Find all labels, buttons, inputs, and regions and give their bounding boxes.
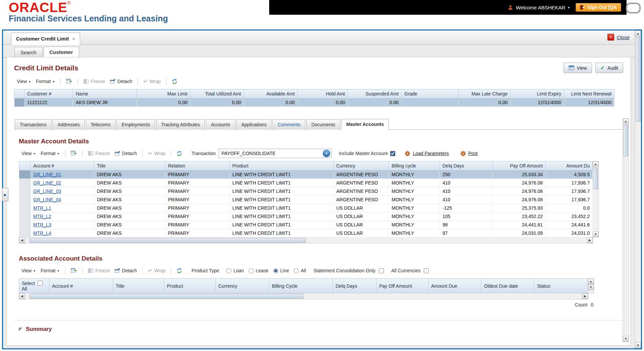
row-selector[interactable] (19, 187, 31, 196)
row-selector[interactable] (19, 229, 31, 237)
refresh-button[interactable] (174, 268, 185, 274)
signout-button[interactable]: Sign Out [QA (576, 3, 621, 12)
summary-section-header[interactable]: Summary (14, 326, 623, 333)
column-header[interactable]: Suspended Amt (348, 89, 402, 98)
account-link[interactable]: MTR_L3 (33, 222, 51, 227)
subtab-accounts[interactable]: Accounts (206, 119, 235, 130)
table-row[interactable]: GR_LINE_01 DREW AKS PRIMARY LINE WITH CR… (19, 170, 593, 179)
detach-button[interactable]: Detach (108, 79, 134, 84)
subtab-addresses[interactable]: Addresses (53, 119, 85, 130)
detach-button[interactable]: Detach (112, 151, 139, 156)
scrollbar-track[interactable] (25, 293, 582, 299)
include-master-checkbox[interactable] (390, 151, 395, 156)
column-header[interactable]: Available Amt (244, 89, 298, 98)
subtab-master-accounts[interactable]: Master Accounts (341, 119, 389, 130)
refresh-button[interactable] (174, 151, 185, 156)
transaction-select[interactable]: PAYOFF_CONSOLIDATE ▼ (219, 149, 332, 158)
associated-table-hscrollbar[interactable]: ◀ ▶ (19, 293, 588, 299)
export-button[interactable] (68, 151, 79, 156)
subtab-telecoms[interactable]: Telecoms (86, 119, 116, 130)
subtab-applications[interactable]: Applications (236, 119, 272, 130)
scroll-down-button[interactable]: ▼ (593, 231, 598, 237)
scroll-down-button[interactable]: ▼ (635, 342, 641, 348)
scroll-down-button[interactable]: ▼ (623, 336, 629, 342)
table-row[interactable]: MTR_L3 DREW AKS PRIMARY LINE WITH CREDIT… (19, 221, 593, 229)
column-header[interactable]: Max Late Charge (459, 89, 511, 98)
column-header[interactable]: Account # (49, 279, 113, 293)
product-type-all-option[interactable]: All (294, 268, 306, 273)
column-header[interactable]: Title (94, 161, 165, 170)
row-selector[interactable] (14, 98, 24, 107)
column-header[interactable]: Title (113, 279, 164, 293)
column-header[interactable]: Currency (334, 161, 389, 170)
scroll-right-button[interactable]: ▶ (587, 237, 593, 243)
master-table-vscrollbar[interactable]: ▲ ▼ (593, 161, 599, 237)
load-parameters-link[interactable]: Load Parameters (405, 151, 449, 156)
left-panel-expander[interactable]: ▶ (2, 188, 8, 201)
scrollbar-track[interactable] (623, 124, 629, 336)
scroll-down-button[interactable]: ▼ (588, 284, 594, 290)
account-link[interactable]: GR_LINE_04 (33, 197, 61, 202)
row-selector[interactable] (19, 170, 31, 179)
row-selector[interactable] (19, 221, 31, 229)
scrollbar-thumb[interactable] (30, 294, 303, 299)
content-vscrollbar[interactable]: ▲ ▼ (623, 118, 629, 342)
product-type-loan-option[interactable]: Loan (226, 268, 244, 273)
associated-table-vscrollbar[interactable]: ▲ ▼ (588, 278, 594, 293)
column-header[interactable]: Pay Off Amount (376, 279, 428, 293)
column-header[interactable]: Name (73, 89, 137, 98)
scrollbar-thumb[interactable] (30, 238, 306, 243)
column-header[interactable]: Grade (402, 89, 459, 98)
export-button[interactable] (68, 268, 79, 273)
column-header[interactable]: Delq Days (333, 279, 376, 293)
column-header[interactable]: Total Utilized Amt (190, 89, 244, 98)
scrollbar-thumb[interactable] (593, 168, 598, 189)
column-header[interactable]: Relation (165, 161, 230, 170)
column-header[interactable]: Status (534, 279, 588, 293)
scrollbar-thumb[interactable] (623, 125, 628, 156)
scrollbar-track[interactable] (593, 167, 598, 231)
column-header[interactable]: Limit Next Renewal (564, 89, 614, 98)
statement-consolidation-checkbox[interactable] (379, 268, 384, 273)
scroll-right-button[interactable]: ▶ (582, 293, 588, 299)
scrollbar-track[interactable] (25, 237, 587, 243)
column-header[interactable]: Account # (31, 161, 94, 170)
product-type-line-option[interactable]: Line (273, 268, 289, 273)
lease-radio[interactable] (249, 268, 254, 273)
column-header[interactable]: Amount Due (428, 279, 481, 293)
row-selector[interactable] (19, 179, 31, 187)
summary-disclosure-icon[interactable] (19, 328, 22, 331)
scroll-up-button[interactable]: ▲ (588, 279, 594, 284)
column-header[interactable]: Billing Cycle (269, 279, 333, 293)
account-link[interactable]: GR_LINE_03 (33, 189, 61, 194)
column-header[interactable]: Pay Off Amount (493, 161, 546, 170)
detach-button[interactable]: Detach (112, 268, 139, 273)
view-menu[interactable]: View ▾ (19, 267, 38, 274)
tab-customer[interactable]: Customer (44, 47, 79, 58)
column-header[interactable]: Limit Expiry (511, 89, 564, 98)
account-link[interactable]: GR_LINE_01 (33, 172, 61, 177)
subtab-documents[interactable]: Documents (306, 119, 340, 130)
scroll-left-button[interactable]: ◀ (19, 237, 25, 243)
column-header[interactable]: Amount Du (546, 161, 593, 170)
column-header[interactable]: Oldest Due date (481, 279, 534, 293)
audit-button[interactable]: ✓ Audit (595, 63, 623, 73)
account-link[interactable]: MTR_L1 (33, 205, 51, 211)
tab-customer-credit-limit[interactable]: Customer Credit Limit × (11, 32, 80, 45)
all-radio[interactable] (294, 268, 299, 273)
column-header[interactable]: Max Limit (137, 89, 190, 98)
table-row[interactable]: MTR_L2 DREW AKS PRIMARY LINE WITH CREDIT… (19, 212, 593, 221)
close-window-link[interactable]: × Close (607, 34, 630, 41)
column-header[interactable]: Billing cycle (389, 161, 440, 170)
view-button[interactable]: View (564, 63, 592, 73)
refresh-button[interactable] (169, 79, 180, 84)
table-row[interactable]: GR_LINE_04 DREW AKS PRIMARY LINE WITH CR… (19, 196, 593, 204)
column-header[interactable]: Customer # (24, 89, 73, 98)
column-header[interactable]: Currency (216, 279, 269, 293)
row-selector[interactable] (19, 204, 31, 212)
scroll-up-button[interactable]: ▲ (623, 119, 629, 124)
scroll-up-button[interactable]: ▲ (635, 30, 641, 37)
scrollbar-track[interactable] (635, 37, 641, 342)
format-menu[interactable]: Format ▾ (38, 267, 62, 274)
product-type-lease-option[interactable]: Lease (249, 268, 269, 273)
